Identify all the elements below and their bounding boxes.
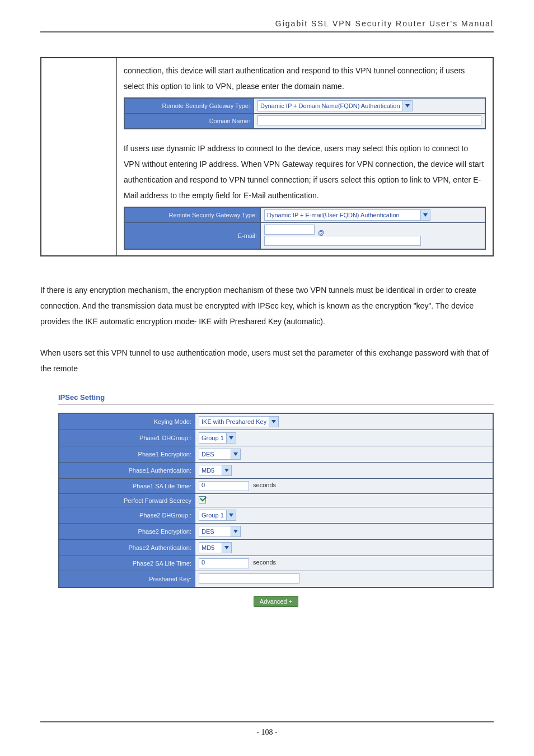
table-row: Preshared Key: bbox=[59, 571, 493, 588]
cfg-table-2: Remote Security Gateway Type: Dynamic IP… bbox=[124, 207, 486, 250]
keying-mode-label: Keying Mode: bbox=[59, 413, 195, 430]
cfg1-row1-value-cell: Dynamic IP + Domain Name(FQDN) Authentic… bbox=[254, 98, 486, 114]
ipsec-table-wrap: Keying Mode: IKE with Preshared Key Phas… bbox=[40, 413, 494, 607]
cfg2-row1-value-cell: Dynamic IP + E-mail(User FQDN) Authentic… bbox=[261, 207, 486, 223]
footer-rule bbox=[40, 721, 494, 722]
svg-marker-5 bbox=[224, 469, 229, 472]
p1dh-select[interactable]: Group 1 bbox=[199, 432, 236, 444]
p2sa-unit: seconds bbox=[251, 559, 276, 566]
table-row: Phase2 Authentication: MD5 bbox=[59, 540, 493, 556]
table-row: Phase2 DHGroup : Group 1 bbox=[59, 507, 493, 524]
cfg1-row2-value-cell bbox=[254, 114, 486, 129]
domain-name-input[interactable] bbox=[257, 115, 481, 125]
p2dh-label: Phase2 DHGroup : bbox=[59, 507, 195, 524]
svg-marker-4 bbox=[233, 452, 238, 456]
info-para-2: If users use dynamic IP address to conne… bbox=[124, 141, 486, 203]
p2enc-label: Phase2 Encryption: bbox=[59, 524, 195, 540]
doc-header-title: Gigabit SSL VPN Security Router User's M… bbox=[40, 19, 494, 28]
preshared-key-input[interactable] bbox=[199, 573, 299, 584]
select-text: IKE with Preshared Key bbox=[199, 418, 269, 425]
chevron-down-icon bbox=[269, 417, 278, 427]
header-rule bbox=[40, 31, 494, 32]
p2sa-input[interactable]: 0 bbox=[199, 558, 249, 568]
select-text: DES bbox=[199, 451, 231, 458]
ipsec-heading-title: IPSec Setting bbox=[58, 393, 105, 402]
preshared-label: Preshared Key: bbox=[59, 571, 195, 588]
cfg2-row2-value-cell: @ bbox=[261, 223, 486, 250]
svg-marker-1 bbox=[423, 213, 428, 217]
p1auth-select[interactable]: MD5 bbox=[199, 465, 232, 476]
remote-gateway-type-select[interactable]: Dynamic IP + Domain Name(FQDN) Authentic… bbox=[257, 100, 413, 111]
remote-gateway-type-select-2[interactable]: Dynamic IP + E-mail(User FQDN) Authentic… bbox=[264, 209, 430, 221]
email-at-label: @ bbox=[316, 229, 326, 236]
table-row: Keying Mode: IKE with Preshared Key bbox=[59, 413, 493, 430]
chevron-down-icon bbox=[226, 433, 236, 443]
p1sa-input[interactable]: 0 bbox=[199, 481, 249, 491]
svg-marker-3 bbox=[229, 436, 233, 440]
table-row: Phase1 Encryption: DES bbox=[59, 446, 493, 463]
email-domain-input[interactable] bbox=[264, 236, 421, 246]
cfg2-row1-label: Remote Security Gateway Type: bbox=[124, 207, 261, 223]
ipsec-heading: IPSec Setting bbox=[40, 392, 494, 405]
table-row: Domain Name: bbox=[124, 114, 485, 129]
chevron-down-icon bbox=[226, 510, 236, 520]
p1enc-select[interactable]: DES bbox=[199, 449, 241, 460]
info-box: connection, this device will start authe… bbox=[40, 57, 494, 256]
select-text: Dynamic IP + E-mail(User FQDN) Authentic… bbox=[265, 212, 420, 218]
svg-marker-6 bbox=[229, 514, 233, 517]
p1enc-label: Phase1 Encryption: bbox=[59, 446, 195, 463]
body-para-1: If there is any encryption mechanism, th… bbox=[40, 282, 494, 329]
advanced-button[interactable]: Advanced + bbox=[254, 596, 298, 607]
svg-marker-0 bbox=[405, 104, 410, 108]
select-text: MD5 bbox=[199, 544, 222, 551]
p2enc-select[interactable]: DES bbox=[199, 526, 241, 537]
chevron-down-icon bbox=[420, 210, 430, 220]
page-number: - 108 - bbox=[0, 728, 534, 737]
table-row: Phase1 DHGroup : Group 1 bbox=[59, 430, 493, 446]
ipsec-heading-rule bbox=[58, 404, 494, 405]
p1auth-label: Phase1 Authentication: bbox=[59, 463, 195, 479]
table-row: Phase2 Encryption: DES bbox=[59, 524, 493, 540]
select-text: Dynamic IP + Domain Name(FQDN) Authentic… bbox=[258, 102, 402, 109]
keying-mode-select[interactable]: IKE with Preshared Key bbox=[199, 416, 279, 427]
p1sa-unit: seconds bbox=[251, 482, 276, 488]
chevron-down-icon bbox=[222, 543, 231, 553]
select-text: DES bbox=[199, 528, 231, 535]
table-row: Phase1 Authentication: MD5 bbox=[59, 463, 493, 479]
table-row: Phase1 SA Life Time: 0 seconds bbox=[59, 479, 493, 494]
chevron-down-icon bbox=[222, 465, 231, 475]
table-row: Remote Security Gateway Type: Dynamic IP… bbox=[124, 207, 485, 223]
p2auth-select[interactable]: MD5 bbox=[199, 542, 232, 553]
cfg-table-1: Remote Security Gateway Type: Dynamic IP… bbox=[124, 97, 486, 129]
cfg1-row1-label: Remote Security Gateway Type: bbox=[124, 98, 254, 114]
table-row: Remote Security Gateway Type: Dynamic IP… bbox=[124, 98, 485, 114]
email-local-input[interactable] bbox=[264, 225, 315, 235]
select-text: Group 1 bbox=[199, 512, 226, 519]
svg-marker-7 bbox=[233, 530, 238, 533]
select-text: Group 1 bbox=[199, 435, 226, 441]
chevron-down-icon bbox=[402, 101, 412, 111]
body-para-2: When users set this VPN tunnel to use au… bbox=[40, 345, 494, 376]
svg-marker-2 bbox=[271, 420, 276, 423]
p2dh-select[interactable]: Group 1 bbox=[199, 510, 236, 521]
p2auth-label: Phase2 Authentication: bbox=[59, 540, 195, 556]
info-box-left-blank bbox=[41, 58, 116, 255]
table-row: Phase2 SA Life Time: 0 seconds bbox=[59, 556, 493, 571]
table-row: Perfect Forward Secrecy bbox=[59, 494, 493, 507]
cfg2-row2-label: E-mail: bbox=[124, 223, 261, 250]
pfs-checkbox[interactable] bbox=[199, 496, 206, 503]
info-para-1: connection, this device will start authe… bbox=[124, 63, 486, 94]
ipsec-table: Keying Mode: IKE with Preshared Key Phas… bbox=[58, 413, 494, 588]
body-text-section: If there is any encryption mechanism, th… bbox=[40, 282, 494, 376]
info-box-content: connection, this device will start authe… bbox=[116, 58, 493, 255]
table-row: E-mail: @ bbox=[124, 223, 485, 250]
pfs-label: Perfect Forward Secrecy bbox=[59, 494, 195, 507]
chevron-down-icon bbox=[231, 449, 240, 459]
cfg1-row2-label: Domain Name: bbox=[124, 114, 254, 129]
p1dh-label: Phase1 DHGroup : bbox=[59, 430, 195, 446]
svg-marker-8 bbox=[224, 546, 229, 549]
p1sa-label: Phase1 SA Life Time: bbox=[59, 479, 195, 494]
p2sa-label: Phase2 SA Life Time: bbox=[59, 556, 195, 571]
chevron-down-icon bbox=[231, 526, 240, 536]
select-text: MD5 bbox=[199, 467, 222, 474]
